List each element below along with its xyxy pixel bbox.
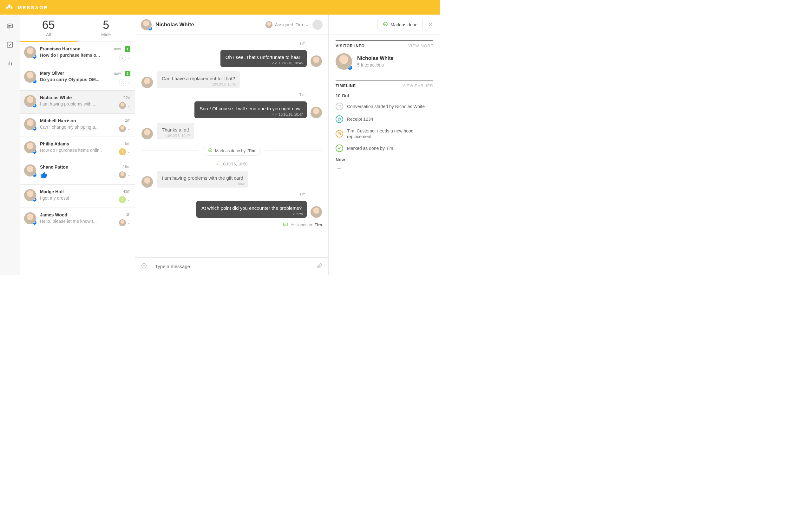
thread-assign-dropdown[interactable]: ⌄	[119, 55, 131, 61]
chevron-down-icon: ⌄	[127, 173, 131, 177]
thread-time: 1h	[126, 212, 131, 217]
message-bubble: At which point did you encounter the pro…	[196, 201, 307, 218]
rail-checkbox-icon[interactable]	[6, 41, 13, 48]
message-sender: Tim	[142, 93, 305, 97]
thread-item[interactable]: Madge HoltI got my dress!43mJ⌄	[20, 185, 135, 208]
visitor-view-more-link[interactable]: VIEW MORE	[408, 44, 433, 48]
thread-item[interactable]: Mitchell HarrisonCan I change my shippin…	[20, 114, 135, 137]
thread-item[interactable]: Phillip AdamsHow do I purchase items onl…	[20, 137, 135, 160]
timeline-chat-icon	[336, 103, 343, 110]
thread-avatar	[24, 189, 36, 201]
side-panel: Mark as done ✕ VISITOR INFO VIEW MORE Ni…	[328, 14, 440, 275]
thread-time: 16m	[123, 164, 131, 169]
thread-avatar	[24, 46, 36, 58]
thread-preview: How do I purchase items o...	[40, 53, 103, 58]
mark-done-button[interactable]: Mark as done	[377, 19, 423, 31]
attachment-icon[interactable]	[316, 263, 322, 270]
timeline-now-value: —	[336, 165, 433, 170]
message-sender: Tim	[142, 192, 305, 196]
info-icon[interactable]	[312, 20, 322, 30]
emoji-icon[interactable]	[141, 263, 147, 270]
assigned-note: Assigned to Tim	[142, 222, 322, 227]
message-timestamp: 10/10/16, 10:46	[212, 82, 236, 87]
thread-assign-dropdown[interactable]: ⌄	[119, 102, 131, 109]
inbox-tab-mine-label: Mine	[101, 32, 111, 37]
message-text: Sure! Of course. I will send one to you …	[200, 106, 302, 111]
message-bubble: I am having problems with the gift card …	[157, 171, 248, 187]
thread-assign-dropdown[interactable]: ⌄	[119, 171, 131, 178]
thumbs-up-icon	[40, 171, 103, 180]
timeline-date: 10 Oct	[336, 93, 433, 98]
thread-assigned-avatar	[119, 102, 126, 109]
message-timestamp: ✓✓ 10/10/16, 10:47	[272, 112, 303, 117]
thread-assigned-avatar	[119, 55, 126, 61]
app-title: MESSAGE	[18, 5, 48, 10]
chevron-down-icon: ⌄	[127, 126, 131, 131]
thread-preview: How do I purchase items onlin..	[40, 148, 103, 153]
thread-assign-dropdown[interactable]: ⌄	[119, 125, 131, 132]
thread-assigned-avatar: T	[119, 148, 126, 155]
timeline-item[interactable]: Marked as done by Tim	[336, 145, 433, 152]
close-icon[interactable]: ✕	[426, 21, 435, 29]
inbox-tab-all[interactable]: 65 All	[20, 14, 78, 42]
thread-time: now	[123, 95, 131, 100]
chevron-down-icon: ⌄	[127, 80, 131, 84]
svg-rect-0	[7, 24, 13, 28]
timeline-text: Conversation started by Nicholas White	[347, 104, 425, 109]
check-icon: ✓	[216, 162, 219, 166]
assigned-avatar	[265, 21, 272, 28]
thread-item[interactable]: Francisco HarrisonHow do I purchase item…	[20, 42, 135, 66]
conversation-panel: Nicholas White Assigned Tim ⌄ TimOh I se…	[135, 14, 328, 275]
inbox-tab-mine[interactable]: 5 Mine	[78, 14, 135, 42]
messenger-badge-icon	[347, 65, 353, 70]
thread-list[interactable]: Francisco HarrisonHow do I purchase item…	[20, 42, 135, 275]
thread-name: Shane Patton	[40, 164, 106, 170]
rail-messages-icon[interactable]	[6, 23, 13, 30]
thread-assign-dropdown[interactable]: T⌄	[119, 148, 131, 155]
side-header: Mark as done ✕	[328, 14, 440, 35]
read-ticks-icon: ✓✓	[272, 61, 277, 66]
thread-assign-dropdown[interactable]: ⌄	[119, 79, 131, 86]
messenger-badge-icon	[32, 78, 37, 83]
svg-rect-19	[338, 106, 341, 107]
svg-rect-10	[317, 24, 318, 25]
messages-area[interactable]: TimOh I see, That's unfortunate to hear!…	[135, 35, 328, 257]
check-icon	[208, 148, 212, 153]
visitor-heading: VISITOR INFO	[336, 44, 365, 48]
rail-chart-icon[interactable]	[6, 60, 13, 66]
thread-avatar	[24, 95, 36, 107]
inbox-tab-mine-count: 5	[103, 19, 109, 31]
chevron-down-icon: ⌄	[127, 198, 131, 202]
messenger-badge-icon	[148, 26, 153, 31]
svg-rect-12	[284, 223, 287, 226]
messenger-badge-icon	[32, 172, 37, 177]
thread-item[interactable]: Nicholas WhiteI am having problems with …	[20, 91, 135, 114]
thread-avatar	[24, 118, 36, 130]
timeline-item[interactable]: Tim: Customer needs a new hood replaceme…	[336, 128, 433, 139]
thread-assign-dropdown[interactable]: ⌄	[119, 219, 131, 226]
message-input[interactable]	[151, 263, 312, 270]
message-row: Can I have a replacement for that? 10/10…	[142, 71, 322, 88]
thread-assign-dropdown[interactable]: J⌄	[119, 196, 131, 203]
divider-pill: Mark as done by Tim	[203, 146, 261, 156]
convo-header-avatar	[141, 19, 152, 30]
thread-assigned-avatar	[119, 79, 126, 86]
timeline-item[interactable]: Receipt 1234	[336, 115, 433, 123]
thread-assigned-avatar: J	[119, 196, 126, 203]
thread-item[interactable]: James WoodHello, please let me know t...…	[20, 208, 135, 231]
thread-time: 43m	[123, 189, 131, 193]
message-avatar	[142, 128, 153, 139]
svg-point-9	[317, 24, 317, 24]
message-avatar	[310, 206, 322, 218]
assigned-label: Assigned	[275, 22, 293, 27]
thread-assigned-avatar	[119, 171, 126, 178]
assigned-dropdown[interactable]: Assigned Tim ⌄	[265, 21, 309, 28]
thread-item[interactable]: Shane Patton16m⌄	[20, 160, 135, 185]
timeline-item[interactable]: Conversation started by Nicholas White	[336, 103, 433, 110]
timeline-text: Marked as done by Tim	[347, 146, 393, 151]
thread-item[interactable]: Mary OliverDo you carry Olympus OM...now…	[20, 66, 135, 91]
timeline-view-earlier-link[interactable]: VIEW EARLIER	[403, 83, 433, 88]
inbox-panel: 65 All 5 Mine Francisco HarrisonHow do I…	[20, 14, 135, 275]
svg-point-7	[122, 57, 123, 58]
thread-avatar	[24, 164, 36, 176]
